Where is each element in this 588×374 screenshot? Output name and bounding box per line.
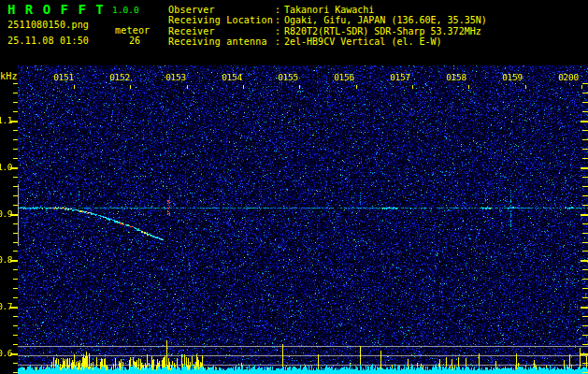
mode-label: meteor bbox=[115, 25, 150, 36]
info-label: Receiving antenna bbox=[168, 36, 275, 47]
info-separator: : bbox=[275, 15, 284, 25]
spectrogram-canvas bbox=[18, 65, 588, 374]
freq-tick-label: 1.0 bbox=[0, 162, 12, 172]
freq-tick-left bbox=[10, 167, 18, 169]
freq-tick-left bbox=[10, 214, 18, 216]
info-label: Observer bbox=[168, 5, 275, 15]
freq-tick-label: 0.8 bbox=[0, 254, 12, 265]
info-separator: : bbox=[275, 26, 284, 36]
freq-tick-label: 0.6 bbox=[0, 348, 12, 358]
info-row: Receiving Location:Ogaki, Gifu, JAPAN (1… bbox=[168, 15, 487, 25]
datetime-label: 25.11.08 01:50 bbox=[7, 36, 89, 46]
info-separator: : bbox=[275, 5, 284, 15]
info-separator: : bbox=[275, 36, 284, 47]
freq-tick-label: 0.7 bbox=[0, 301, 12, 311]
freq-tick-left bbox=[10, 121, 18, 122]
info-value: R820T2(RTL-SDR) SDR-Sharp 53.372MHz bbox=[284, 26, 481, 36]
info-row: Receiving antenna:2el-HB9CV Vertical (el… bbox=[168, 36, 487, 47]
freq-axis-unit-label: kHz bbox=[0, 71, 18, 81]
info-row: Receiver:R820T2(RTL-SDR) SDR-Sharp 53.37… bbox=[168, 26, 487, 36]
info-label: Receiver bbox=[168, 26, 275, 36]
info-value: 2el-HB9CV Vertical (el. E-W) bbox=[284, 36, 442, 47]
info-row: Observer:Takanori Kawachi bbox=[168, 5, 487, 15]
app-version: 1.0.0 bbox=[112, 5, 139, 15]
freq-tick-left bbox=[10, 260, 18, 262]
echo-count: 26 bbox=[129, 36, 140, 46]
hrofft-window: H R O F F T 1.0.0 2511080150.png meteor … bbox=[0, 0, 588, 374]
app-title: H R O F F T bbox=[7, 2, 105, 17]
freq-tick-label: 0.9 bbox=[0, 209, 12, 219]
freq-tick-left bbox=[10, 307, 18, 309]
freq-tick-left bbox=[10, 353, 18, 355]
station-info-block: Observer:Takanori KawachiReceiving Locat… bbox=[168, 5, 487, 48]
freq-tick-label: 1.1 bbox=[0, 115, 12, 125]
info-value: Takanori Kawachi bbox=[284, 5, 374, 15]
info-value: Ogaki, Gifu, JAPAN (136.60E, 35.35N) bbox=[284, 15, 487, 25]
output-filename: 2511080150.png bbox=[7, 20, 89, 30]
info-label: Receiving Location bbox=[168, 15, 275, 25]
